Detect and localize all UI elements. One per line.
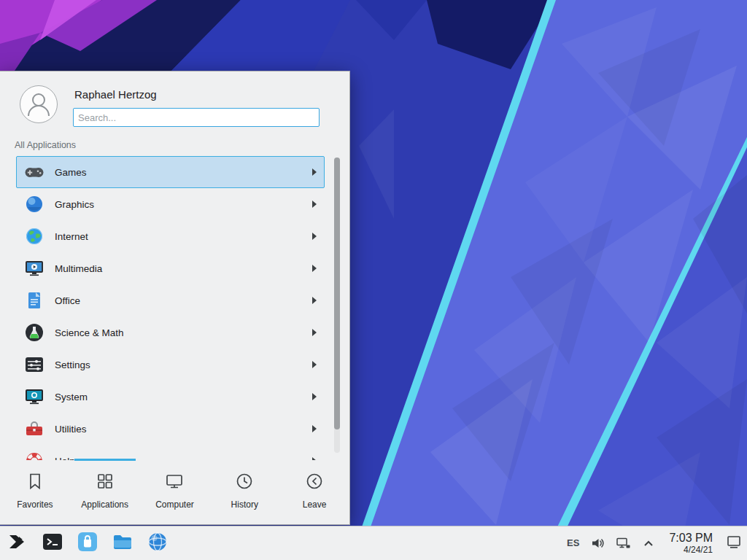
category-list: Games Graphics — [0, 155, 349, 460]
show-desktop-button[interactable] — [725, 533, 743, 553]
category-label: Office — [55, 295, 80, 306]
category-games[interactable]: Games — [16, 156, 325, 188]
games-icon — [23, 161, 45, 183]
tab-favorites[interactable]: Favorites — [0, 460, 70, 524]
konsole-launcher[interactable] — [41, 532, 64, 555]
system-tray: ES 7:03 PM — [567, 531, 743, 556]
clock-time: 7:03 PM — [669, 531, 713, 545]
terminal-icon — [42, 531, 63, 556]
applications-icon — [96, 472, 115, 494]
taskbar: ES 7:03 PM — [0, 526, 747, 560]
web-browser-icon — [147, 531, 169, 556]
chevron-right-icon — [311, 168, 317, 176]
category-multimedia[interactable]: Multimedia — [16, 252, 325, 284]
active-tab-indicator — [74, 459, 136, 461]
category-settings[interactable]: Settings — [16, 349, 325, 381]
internet-icon — [23, 225, 45, 247]
chevron-right-icon — [311, 393, 317, 400]
tab-label: Favorites — [17, 499, 53, 510]
launcher-header: Raphael Hertzog — [0, 71, 349, 133]
category-utilities[interactable]: Utilities — [16, 413, 325, 445]
category-system[interactable]: System — [16, 381, 325, 413]
category-label: Internet — [55, 231, 88, 242]
settings-icon — [23, 354, 45, 376]
keyboard-layout-indicator[interactable]: ES — [567, 537, 579, 548]
tab-label: Computer — [155, 499, 194, 510]
chevron-right-icon — [311, 361, 317, 368]
category-label: Graphics — [55, 199, 94, 210]
expand-tray-arrow-icon[interactable] — [642, 537, 655, 550]
chevron-right-icon — [311, 233, 317, 240]
chevron-right-icon — [311, 297, 317, 304]
file-manager-icon — [112, 531, 133, 556]
tab-label: Applications — [81, 499, 128, 510]
chevron-right-icon — [311, 425, 317, 432]
tab-computer[interactable]: Computer — [140, 460, 210, 524]
application-launcher-button[interactable] — [6, 532, 29, 555]
user-name: Raphael Hertzog — [74, 88, 328, 101]
category-label: Settings — [55, 359, 90, 370]
tab-history[interactable]: History — [209, 460, 279, 524]
desktop: Raphael Hertzog All Applications Games — [0, 0, 747, 560]
chevron-right-icon — [311, 201, 317, 208]
category-label: System — [55, 392, 88, 402]
category-label: Games — [55, 167, 87, 178]
tab-leave[interactable]: Leave — [279, 460, 349, 524]
network-icon[interactable] — [616, 536, 631, 551]
category-help[interactable]: Help — [16, 445, 325, 460]
discover-launcher[interactable] — [76, 532, 99, 555]
category-office[interactable]: Office — [16, 284, 325, 316]
user-avatar-icon[interactable] — [19, 85, 58, 124]
kde-menu-icon — [7, 531, 28, 556]
tab-applications[interactable]: Applications — [70, 460, 140, 524]
leave-icon — [305, 472, 324, 494]
multimedia-icon — [23, 257, 45, 279]
browser-launcher[interactable] — [146, 532, 169, 555]
category-internet[interactable]: Internet — [16, 220, 325, 252]
chevron-right-icon — [311, 265, 317, 272]
scrollbar-thumb[interactable] — [334, 158, 340, 429]
volume-icon[interactable] — [590, 536, 605, 551]
category-label: Science & Math — [55, 327, 124, 338]
category-graphics[interactable]: Graphics — [16, 188, 325, 220]
search-input[interactable] — [73, 108, 320, 127]
category-label: Multimedia — [55, 263, 102, 274]
application-launcher-menu: Raphael Hertzog All Applications Games — [0, 71, 350, 525]
science-icon — [23, 322, 45, 343]
show-desktop-icon — [725, 533, 743, 553]
dolphin-launcher[interactable] — [111, 532, 134, 555]
computer-icon — [165, 472, 184, 494]
chevron-right-icon — [311, 329, 317, 336]
category-science-math[interactable]: Science & Math — [16, 316, 325, 349]
utilities-icon — [23, 418, 45, 440]
system-icon — [23, 386, 45, 408]
office-icon — [23, 289, 45, 311]
help-icon — [23, 450, 45, 460]
digital-clock[interactable]: 7:03 PM 4/24/21 — [669, 531, 713, 556]
tab-label: Leave — [303, 499, 327, 510]
scrollbar[interactable] — [334, 158, 340, 453]
clock-date: 4/24/21 — [669, 545, 713, 555]
favorites-icon — [26, 472, 44, 494]
section-label: All Applications — [0, 133, 349, 155]
category-label: Utilities — [55, 424, 87, 435]
history-icon — [235, 472, 254, 494]
software-center-icon — [77, 531, 98, 556]
launcher-tabbar: Favorites Applications — [0, 460, 349, 524]
graphics-icon — [23, 193, 45, 215]
tab-label: History — [231, 499, 258, 510]
